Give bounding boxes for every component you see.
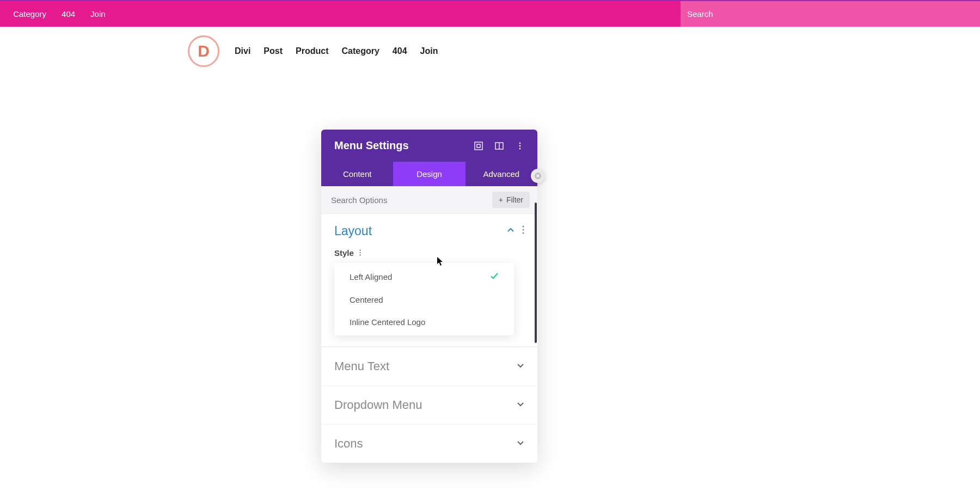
options-search-input[interactable] (329, 192, 492, 208)
panel-header[interactable]: Menu Settings (321, 130, 537, 162)
nav-item-divi[interactable]: Divi (235, 46, 250, 56)
logo[interactable]: D (188, 35, 219, 67)
chevron-down-icon (517, 400, 524, 410)
page-menu: D Divi Post Product Category 404 Join (0, 27, 980, 76)
nav-item-category[interactable]: Category (341, 46, 379, 56)
svg-point-13 (359, 254, 360, 255)
close-icon (534, 172, 542, 180)
topbar-search-input[interactable] (687, 9, 980, 19)
menu-settings-panel: Menu Settings Content Design Advanced + … (321, 130, 537, 463)
panel-header-icons (474, 142, 524, 150)
section-icons[interactable]: Icons (321, 424, 537, 463)
section-menu-text-title: Menu Text (334, 359, 389, 373)
top-bar-left: t Category 404 Join (0, 9, 106, 19)
options-search-row: + Filter (321, 186, 537, 214)
columns-icon[interactable] (495, 142, 504, 150)
logo-letter: D (198, 42, 210, 60)
style-kebab-icon[interactable] (359, 249, 361, 258)
svg-rect-0 (475, 142, 482, 150)
topbar-search-wrap (681, 1, 980, 27)
panel-scrollbar[interactable] (535, 203, 537, 343)
nav-item-join[interactable]: Join (420, 46, 438, 56)
topbar-item-join[interactable]: Join (90, 9, 106, 19)
svg-point-10 (523, 232, 524, 234)
close-button[interactable] (531, 169, 545, 183)
section-layout-controls (507, 225, 524, 237)
section-dropdown-menu[interactable]: Dropdown Menu (321, 385, 537, 424)
chevron-down-icon (517, 439, 524, 449)
check-icon (490, 272, 499, 282)
kebab-icon[interactable] (516, 142, 524, 150)
chevron-down-icon (517, 362, 524, 371)
filter-button[interactable]: + Filter (492, 192, 530, 208)
style-option-label: Centered (350, 295, 383, 304)
style-label: Style (334, 248, 354, 258)
section-icons-title: Icons (334, 437, 363, 451)
svg-point-8 (523, 226, 524, 228)
svg-point-4 (519, 142, 521, 144)
tab-design[interactable]: Design (393, 162, 465, 186)
tab-content[interactable]: Content (321, 162, 393, 186)
style-option-label: Left Aligned (350, 272, 392, 281)
expand-icon[interactable] (474, 142, 483, 150)
topbar-item-404[interactable]: 404 (62, 9, 75, 19)
section-layout-title: Layout (334, 224, 372, 238)
svg-point-5 (519, 145, 521, 146)
section-menu-text[interactable]: Menu Text (321, 347, 537, 385)
style-option-centered[interactable]: Centered (334, 289, 514, 311)
tab-advanced[interactable]: Advanced (465, 162, 537, 186)
main-nav: Divi Post Product Category 404 Join (235, 46, 438, 56)
svg-rect-1 (477, 144, 480, 148)
panel-tabs: Content Design Advanced (321, 162, 537, 186)
filter-label: Filter (506, 195, 523, 204)
topbar-item-category[interactable]: Category (13, 9, 46, 19)
section-dropdown-menu-title: Dropdown Menu (334, 398, 422, 412)
svg-point-9 (523, 229, 524, 231)
nav-item-404[interactable]: 404 (393, 46, 407, 56)
top-bar: t Category 404 Join (0, 0, 980, 27)
style-option-label: Inline Centered Logo (350, 317, 425, 327)
svg-point-12 (359, 252, 360, 253)
style-dropdown: Left Aligned Centered Inline Centered Lo… (334, 263, 514, 335)
style-field-label-row: Style (334, 248, 524, 258)
nav-item-product[interactable]: Product (296, 46, 328, 56)
panel-title: Menu Settings (334, 139, 409, 152)
svg-point-6 (519, 148, 521, 149)
nav-item-post[interactable]: Post (264, 46, 283, 56)
style-option-left-aligned[interactable]: Left Aligned (334, 265, 514, 289)
section-layout: Layout Style Left Aligned (321, 214, 537, 347)
style-option-inline-centered-logo[interactable]: Inline Centered Logo (334, 311, 514, 333)
plus-icon: + (499, 195, 503, 204)
svg-point-11 (359, 249, 360, 250)
section-layout-head[interactable]: Layout (334, 224, 524, 238)
section-kebab-icon[interactable] (522, 225, 524, 237)
chevron-up-icon[interactable] (507, 226, 514, 236)
